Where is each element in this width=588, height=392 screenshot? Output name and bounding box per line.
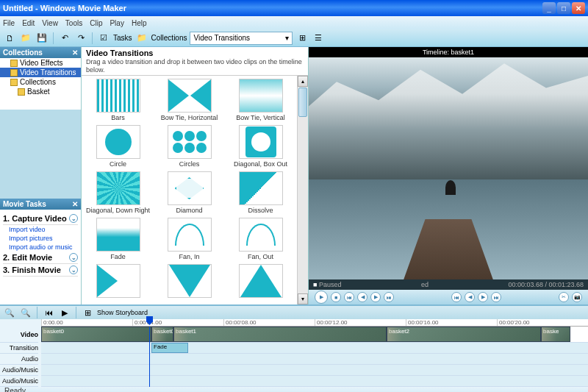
- collections-toggle[interactable]: 📁: [135, 32, 148, 45]
- track-labels: Video Transition Audio Audio/Music Audio…: [0, 327, 41, 387]
- task-import-pictures[interactable]: Import pictures: [3, 234, 78, 243]
- transition-track[interactable]: Fade: [41, 343, 588, 354]
- tasks-label: Tasks: [113, 34, 132, 42]
- transition-item[interactable]: Bars: [85, 79, 151, 124]
- forward-end-button[interactable]: ⏭: [491, 292, 501, 302]
- movie-tasks-header: Movie Tasks ✕: [0, 199, 81, 210]
- scroll-down-button[interactable]: ▾: [298, 293, 308, 304]
- video-clip[interactable]: basket2: [387, 327, 541, 342]
- undo-button[interactable]: ↶: [58, 32, 71, 45]
- transition-item[interactable]: Dissolve: [227, 171, 294, 216]
- tree-video-effects[interactable]: Video Effects: [0, 58, 81, 68]
- transition-clip[interactable]: Fade: [151, 343, 188, 353]
- tree-video-transitions[interactable]: Video Transitions: [0, 68, 81, 77]
- menu-clip[interactable]: Clip: [90, 19, 102, 27]
- video-clip[interactable]: baske: [541, 327, 570, 342]
- scroll-up-button[interactable]: ▴: [298, 76, 308, 87]
- menu-play[interactable]: Play: [110, 19, 123, 27]
- transition-item[interactable]: [156, 264, 223, 302]
- timeline-ruler[interactable]: 0:00.00 0:00'04.00 00:00'08.00 00:00'12.…: [41, 319, 588, 327]
- transition-item[interactable]: Diagonal, Down Right: [85, 171, 151, 216]
- transition-item[interactable]: Circles: [156, 125, 223, 170]
- folder-icon: [10, 69, 18, 76]
- close-button[interactable]: ✕: [572, 2, 585, 14]
- minimize-button[interactable]: _: [542, 2, 556, 14]
- task-import-audio[interactable]: Import audio or music: [3, 243, 78, 252]
- task-section-finish[interactable]: 3. Finish Movie⌄: [3, 264, 78, 277]
- play-button[interactable]: ▶: [315, 291, 328, 304]
- transitions-header: Video Transitions Drag a video transitio…: [82, 47, 308, 76]
- task-section-edit[interactable]: 2. Edit Movie⌄: [3, 252, 78, 264]
- zoom-out-button[interactable]: 🔍: [19, 306, 32, 319]
- audio-track[interactable]: [41, 354, 588, 365]
- fwd-button[interactable]: ▶: [478, 292, 488, 302]
- video-clip[interactable]: basket0: [151, 327, 173, 342]
- timeline-panel: 🔍 🔍 ⏮ ▶ ⊞ Show Storyboard 0:00.00 0:00'0…: [0, 304, 588, 385]
- stop-button[interactable]: ■: [331, 292, 341, 302]
- task-section-capture[interactable]: 1. Capture Video⌄: [3, 213, 78, 225]
- snapshot-button[interactable]: 📷: [572, 292, 582, 302]
- back-button[interactable]: ◀: [465, 292, 475, 302]
- menu-edit[interactable]: Edit: [22, 19, 35, 27]
- transition-item[interactable]: Fan, Out: [227, 218, 294, 263]
- timeline-content[interactable]: basket0 basket0 basket1 basket2 baske Fa…: [41, 327, 588, 387]
- transition-item[interactable]: Circle: [85, 125, 151, 170]
- tree-collections[interactable]: Collections: [0, 77, 81, 87]
- split-clip-button[interactable]: ✂: [559, 292, 569, 302]
- scroll-thumb[interactable]: [298, 88, 307, 117]
- transition-item[interactable]: Fan, In: [156, 218, 223, 263]
- task-import-video[interactable]: Import video: [3, 225, 78, 234]
- new-project-button[interactable]: 🗋: [3, 32, 16, 45]
- collapse-icon[interactable]: ✕: [72, 49, 78, 57]
- view-thumbnails-button[interactable]: ⊞: [295, 32, 309, 45]
- maximize-button[interactable]: □: [557, 2, 570, 14]
- video-clip[interactable]: basket1: [173, 327, 387, 342]
- collection-dropdown[interactable]: Video Transitions ▾: [190, 32, 293, 45]
- storyboard-label[interactable]: Show Storyboard: [97, 309, 148, 316]
- open-button[interactable]: 📁: [19, 32, 32, 45]
- collapse-icon[interactable]: ✕: [72, 200, 78, 208]
- menu-file[interactable]: File: [3, 19, 15, 27]
- transition-item[interactable]: Diagonal, Box Out: [227, 125, 294, 170]
- storyboard-toggle[interactable]: ⊞: [81, 306, 94, 319]
- preview-monitor: [309, 57, 588, 279]
- tree-basket[interactable]: Basket: [0, 87, 81, 96]
- rewind-button[interactable]: ⏮: [344, 292, 354, 302]
- tl-rewind-button[interactable]: ⏮: [42, 306, 55, 319]
- tasks-toggle[interactable]: ☑: [97, 32, 110, 45]
- audio-music-track[interactable]: [41, 365, 588, 376]
- audio-music-track-2[interactable]: [41, 376, 588, 387]
- chevron-down-icon: ⌄: [69, 253, 78, 262]
- view-details-button[interactable]: ☰: [312, 32, 325, 45]
- timeline-toolbar: 🔍 🔍 ⏮ ▶ ⊞ Show Storyboard: [0, 306, 588, 319]
- transition-item[interactable]: Bow Tie, Horizontal: [156, 79, 223, 124]
- save-button[interactable]: 💾: [35, 32, 49, 45]
- zoom-in-button[interactable]: 🔍: [3, 306, 16, 319]
- folder-icon: [18, 88, 25, 96]
- forward-button[interactable]: ⏭: [384, 292, 394, 302]
- transition-item[interactable]: [85, 264, 151, 302]
- window-titlebar: Untitled - Windows Movie Maker _ □ ✕: [0, 0, 588, 16]
- rewind-start-button[interactable]: ⏮: [451, 292, 462, 302]
- collections-panel-header: Collections ✕: [0, 47, 81, 58]
- folder-icon: [10, 60, 18, 67]
- transition-item[interactable]: Diamond: [156, 171, 223, 216]
- playhead[interactable]: [149, 327, 150, 387]
- transition-item[interactable]: [227, 264, 294, 302]
- preview-controls: ▶ ■ ⏮ ◀ ▶ ⏭ ⏮ ◀ ▶ ⏭ ✂ 📷: [309, 290, 588, 304]
- next-frame-button[interactable]: ▶: [370, 292, 381, 302]
- chevron-down-icon: ⌄: [69, 266, 78, 274]
- prev-frame-button[interactable]: ◀: [357, 292, 368, 302]
- transitions-grid: Bars Bow Tie, Horizontal Bow Tie, Vertic…: [82, 76, 297, 304]
- transitions-scrollbar[interactable]: ▴ ▾: [297, 76, 308, 304]
- menu-view[interactable]: View: [42, 19, 58, 27]
- video-clip[interactable]: basket0: [41, 327, 151, 342]
- menu-help[interactable]: Help: [132, 19, 147, 27]
- tl-play-button[interactable]: ▶: [58, 306, 71, 319]
- redo-button[interactable]: ↷: [74, 32, 87, 45]
- window-title: Untitled - Windows Movie Maker: [3, 4, 126, 13]
- transition-item[interactable]: Bow Tie, Vertical: [227, 79, 294, 124]
- transition-item[interactable]: Fade: [85, 218, 151, 263]
- video-track[interactable]: basket0 basket0 basket1 basket2 baske: [41, 327, 588, 343]
- menu-tools[interactable]: Tools: [65, 19, 82, 27]
